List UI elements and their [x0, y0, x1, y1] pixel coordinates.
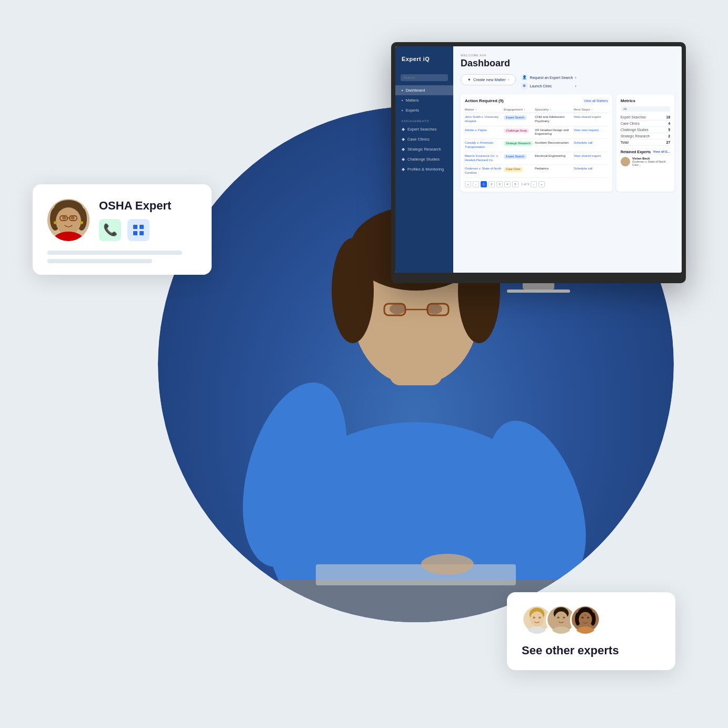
metrics-total-label: Total: [621, 141, 629, 144]
left-actions-col: ✦ Create new Matter ›: [461, 74, 516, 89]
svg-point-24: [71, 216, 75, 220]
row4-engagement: Expert Search: [504, 154, 533, 163]
table-row: Cassidy v. American Transportation Strat…: [465, 139, 608, 152]
see-expert-avatar-3: [570, 605, 601, 635]
metrics-case-clinics-value: 4: [668, 122, 670, 125]
osha-card-text: OSHA Expert 📞: [99, 199, 171, 241]
sidebar-experts-label: Experts: [406, 108, 419, 113]
row2-matter[interactable]: Adobe v. Figma: [465, 128, 502, 137]
see-experts-avatars: [522, 605, 661, 635]
screen-content: Expert iQ ▪ Dashboard ▪ Matters: [395, 46, 682, 273]
metrics-filter[interactable]: All: [621, 106, 670, 112]
sidebar-item-expert-searches[interactable]: ◆ Expert Searches: [395, 124, 453, 134]
expert-searches-icon: ◆: [402, 127, 405, 132]
table-row: Grubman v. State of North Carolina Case …: [465, 165, 608, 178]
retained-experts-title: Retained Experts: [621, 150, 651, 154]
page-first-btn[interactable]: «: [465, 181, 471, 187]
page-5-btn[interactable]: 5: [512, 181, 518, 187]
svg-rect-31: [133, 225, 137, 229]
row4-matter[interactable]: Masnis Insurance Co. v. Hewlett-Packard …: [465, 154, 502, 163]
osha-info-bar-1: [47, 251, 182, 255]
action-required-title: Action Required (5): [465, 98, 504, 103]
see-other-experts-card[interactable]: See other experts: [507, 592, 675, 670]
metrics-challenge-studies-label: Challenge Studies: [621, 128, 649, 132]
metrics-row-strategic-research: Strategic Research 2: [621, 133, 670, 139]
row2-specialty: VR Headset Design and Engineering: [535, 128, 572, 137]
page-last-btn[interactable]: »: [538, 181, 545, 187]
row1-badge: Expert Search: [504, 115, 526, 120]
view-all-matters-link[interactable]: View all Matters: [584, 99, 608, 103]
request-expert-search-row[interactable]: 👤 Request an Expert Search ›: [521, 74, 576, 81]
top-action-area: ✦ Create new Matter › 👤 Request an Exper…: [461, 74, 674, 89]
sidebar-search-wrapper[interactable]: [395, 69, 453, 83]
row3-nextsteps[interactable]: Schedule call: [574, 141, 608, 149]
page-next-btn[interactable]: ›: [531, 181, 537, 187]
svg-rect-34: [139, 231, 144, 235]
action-required-panel: Action Required (5) View all Matters Mat…: [461, 94, 612, 192]
osha-grid-button[interactable]: [127, 219, 149, 241]
table-row: Adobe v. Figma Challenge Study VR Headse…: [465, 126, 608, 139]
monitor-wrapper: Expert iQ ▪ Dashboard ▪ Matters: [391, 42, 686, 293]
launch-clinic-row[interactable]: ⊕ Launch Clinic ›: [521, 83, 576, 89]
row3-specialty: Accident Reconstruction: [535, 141, 572, 149]
osha-expert-card: OSHA Expert 📞: [33, 184, 212, 275]
sidebar-search-input[interactable]: [401, 74, 448, 81]
sidebar-expert-searches-label: Expert Searches: [407, 127, 436, 132]
svg-point-52: [581, 616, 583, 619]
col-engagement: Engagement ↑: [504, 108, 533, 111]
row5-nextsteps[interactable]: Schedule call: [574, 167, 608, 175]
sidebar-item-profiles[interactable]: ◆ Profiles & Monitoring: [395, 164, 453, 174]
create-matter-label: Create new Matter: [473, 77, 506, 82]
grid-icon: [132, 224, 145, 236]
row3-engagement: Strategic Research: [504, 141, 533, 149]
svg-point-43: [554, 612, 567, 627]
osha-avatar-svg: [47, 199, 89, 241]
row5-engagement: Case Clinic: [504, 167, 533, 175]
page-4-btn[interactable]: 4: [504, 181, 511, 187]
row4-nextsteps[interactable]: View shared expert: [574, 154, 608, 163]
page-3-btn[interactable]: 3: [496, 181, 503, 187]
pagination: « ‹ 1 2 3 4 5 1 of 3 › »: [465, 181, 608, 187]
svg-point-45: [563, 616, 565, 619]
strategic-research-icon: ◆: [402, 147, 405, 152]
row3-matter[interactable]: Cassidy v. American Transportation: [465, 141, 502, 149]
sidebar-item-strategic-research[interactable]: ◆ Strategic Research: [395, 144, 453, 154]
create-matter-button[interactable]: ✦ Create new Matter ›: [461, 74, 516, 85]
dashboard-title: Dashboard: [461, 58, 674, 69]
sidebar-item-case-clinics[interactable]: ◆ Case Clinics: [395, 134, 453, 144]
svg-point-16: [623, 158, 627, 163]
metrics-row-challenge-studies: Challenge Studies 5: [621, 127, 670, 133]
row1-engagement: Expert Search: [504, 115, 533, 124]
sidebar-item-dashboard[interactable]: ▪ Dashboard: [395, 85, 453, 95]
page-2-btn[interactable]: 2: [488, 181, 495, 187]
row2-nextsteps[interactable]: View new request: [574, 128, 608, 137]
row1-nextsteps[interactable]: View shared expert: [574, 115, 608, 124]
monitor-stand-base: [507, 290, 570, 293]
metrics-case-clinics-label: Case Clinics: [621, 122, 640, 125]
welcome-label: WELCOME AVA: [461, 54, 674, 57]
scene-container: Expert iQ ▪ Dashboard ▪ Matters: [0, 0, 728, 728]
table-metrics-section: Action Required (5) View all Matters Mat…: [461, 94, 674, 192]
retained-expert-avatar-svg: [621, 157, 630, 166]
svg-point-28: [54, 221, 57, 224]
page-prev-btn[interactable]: ‹: [473, 181, 479, 187]
retained-expert-matter: Grubman v. State of North Caro...: [632, 160, 670, 166]
row1-specialty: Child and Adolescent Psychiatry: [535, 115, 572, 124]
retained-expert-info: Vivian Beck Grubman v. State of North Ca…: [632, 157, 670, 166]
page-1-btn[interactable]: 1: [481, 181, 487, 187]
table-row: John Smith v. University Hospital Expert…: [465, 113, 608, 126]
sidebar-item-challenge-studies[interactable]: ◆ Challenge Studies: [395, 154, 453, 164]
osha-phone-button[interactable]: 📞: [99, 219, 121, 241]
row5-matter[interactable]: Grubman v. State of North Carolina: [465, 167, 502, 175]
metrics-row-expert-searches: Expert Searches 18: [621, 114, 670, 121]
challenge-studies-icon: ◆: [402, 157, 405, 162]
sidebar-item-experts[interactable]: ▪ Experts: [395, 105, 453, 115]
svg-rect-32: [139, 225, 144, 229]
view-all-experts-link[interactable]: View all E...: [653, 150, 670, 154]
request-expert-arrow: ›: [575, 76, 576, 79]
row1-matter[interactable]: John Smith v. University Hospital: [465, 115, 502, 124]
sidebar-item-matters[interactable]: ▪ Matters: [395, 95, 453, 105]
monitor-screen: Expert iQ ▪ Dashboard ▪ Matters: [395, 46, 682, 273]
row4-badge: Expert Search: [504, 154, 526, 159]
matters-icon: ▪: [402, 98, 403, 103]
